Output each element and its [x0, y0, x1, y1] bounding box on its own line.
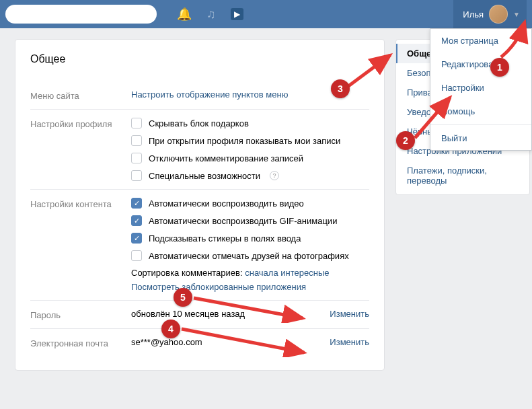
checkbox-row: ✓Подсказывать стикеры в полях ввода — [131, 233, 369, 244]
sort-link[interactable]: сначала интересные — [245, 268, 329, 278]
checkbox-label: Скрывать блок подарков — [149, 118, 249, 128]
email-value: se***@yahoo.com — [131, 337, 202, 347]
annotation-5: 5 — [174, 288, 192, 307]
row-content-settings: Настройки контента ✓Автоматически воспро… — [30, 189, 369, 300]
settings-panel: Общее Меню сайта Настроить отображение п… — [15, 39, 385, 371]
password-value: обновлён 10 месяцев назад — [131, 309, 245, 319]
dropdown-item[interactable]: Редактировать — [430, 52, 531, 76]
avatar — [489, 5, 508, 24]
row-label: Электронная почта — [30, 337, 131, 348]
checkbox-label: Автоматически воспроизводить видео — [149, 198, 304, 209]
row-label: Пароль — [30, 309, 131, 320]
row-label: Настройки контента — [30, 198, 131, 209]
annotation-3: 3 — [331, 79, 350, 98]
row-profile-settings: Настройки профиля Скрывать блок подарков… — [30, 109, 369, 189]
music-icon[interactable]: ♫ — [206, 7, 216, 22]
checkbox[interactable] — [131, 135, 142, 146]
checkbox-row: При открытии профиля показывать мои запи… — [131, 135, 369, 146]
chevron-down-icon: ▼ — [513, 11, 520, 18]
checkbox-label: Отключить комментирование записей — [149, 153, 303, 163]
dropdown-item[interactable]: Помощь — [430, 100, 531, 123]
checkbox-label: При открытии профиля показывать мои запи… — [149, 136, 340, 146]
header-icons: 🔔 ♫ ▶ — [177, 7, 243, 22]
top-header: 🔔 ♫ ▶ Илья ▼ — [0, 0, 532, 28]
configure-menu-link[interactable]: Настроить отображение пунктов меню — [131, 89, 288, 100]
checkbox[interactable] — [131, 250, 142, 261]
annotation-1: 1 — [490, 58, 509, 77]
change-password-link[interactable]: Изменить — [330, 309, 369, 319]
nav-tab[interactable]: Платежи, подписки, переводы — [396, 161, 529, 190]
checkbox-row: Скрывать блок подарков — [131, 118, 369, 128]
checkbox-row: Специальные возможности? — [131, 170, 369, 181]
annotation-4: 4 — [161, 320, 180, 338]
dropdown-item[interactable]: Моя страница — [430, 29, 531, 52]
checkbox-label: Специальные возможности — [149, 171, 260, 181]
row-label: Настройки профиля — [30, 118, 131, 129]
dropdown-item[interactable]: Настройки — [430, 76, 531, 100]
checkbox[interactable] — [131, 170, 142, 181]
checkbox-label: Автоматически воспроизводить GIF-анимаци… — [149, 216, 337, 226]
checkbox-row: Автоматически отмечать друзей на фотогра… — [131, 250, 369, 261]
dropdown-item[interactable]: Выйти — [430, 126, 531, 150]
checkbox[interactable] — [131, 118, 142, 128]
change-email-link[interactable]: Изменить — [330, 337, 369, 347]
user-name: Илья — [463, 9, 484, 20]
search-input[interactable] — [5, 5, 157, 24]
row-site-menu: Меню сайта Настроить отображение пунктов… — [30, 81, 369, 109]
checkbox-row: ✓Автоматически воспроизводить видео — [131, 198, 369, 209]
checkbox-row: Отключить комментирование записей — [131, 153, 369, 163]
bell-icon[interactable]: 🔔 — [177, 7, 192, 22]
row-email: Электронная почта se***@yahoo.com Измени… — [30, 328, 369, 357]
help-icon[interactable]: ? — [270, 171, 279, 180]
page-title: Общее — [30, 53, 369, 65]
checkbox[interactable] — [131, 153, 142, 163]
user-dropdown: Моя страницаРедактироватьНастройкиПомощь… — [430, 28, 532, 151]
blocked-apps-link[interactable]: Посмотреть заблокированные приложения — [131, 282, 369, 292]
row-label: Меню сайта — [30, 89, 131, 101]
checkbox[interactable]: ✓ — [131, 215, 142, 226]
checkbox-label: Подсказывать стикеры в полях ввода — [149, 233, 301, 244]
checkbox[interactable]: ✓ — [131, 198, 142, 209]
video-icon[interactable]: ▶ — [231, 8, 243, 20]
checkbox-label: Автоматически отмечать друзей на фотогра… — [149, 251, 349, 261]
annotation-2: 2 — [396, 131, 415, 150]
user-menu-trigger[interactable]: Илья ▼ — [453, 0, 527, 28]
checkbox-row: ✓Автоматически воспроизводить GIF-анимац… — [131, 215, 369, 226]
row-password: Пароль обновлён 10 месяцев назад Изменит… — [30, 300, 369, 328]
checkbox[interactable]: ✓ — [131, 233, 142, 244]
sort-label: Сортировка комментариев: — [131, 268, 245, 278]
